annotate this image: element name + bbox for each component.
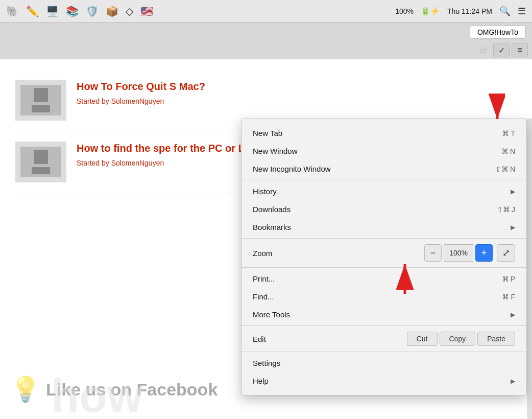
settings-label: Settings	[253, 359, 515, 367]
chrome-dropdown-menu: New Tab ⌘T New Window ⌘N New Incognito W…	[241, 119, 527, 395]
menu-item-find[interactable]: Find... ⌘F	[241, 288, 526, 306]
find-shortcut: ⌘F	[502, 293, 515, 301]
zoom-controls: − 100% + ⤢	[424, 244, 515, 262]
menu-section-zoom: Zoom − 100% + ⤢	[241, 239, 526, 268]
menu-item-incognito[interactable]: New Incognito Window ⇧⌘N	[241, 160, 526, 178]
bookmarks-arrow: ▶	[511, 224, 515, 231]
menu-item-settings[interactable]: Settings	[241, 354, 526, 372]
bookmarks-label: Bookmarks	[253, 223, 511, 231]
checkmark-icon: ✓	[498, 45, 505, 55]
incognito-label: New Incognito Window	[253, 165, 495, 173]
browser-toolbar: ☆ ✓ ≡	[0, 41, 532, 59]
browser-top-bar: OMG!HowTo	[0, 22, 532, 41]
menu-item-zoom: Zoom − 100% + ⤢	[241, 241, 526, 265]
lightbulb-icon: 💡	[10, 375, 41, 404]
hamburger-icon: ≡	[517, 45, 522, 55]
article-title[interactable]: How To Force Quit S Mac?	[77, 80, 517, 93]
edit-label: Edit	[253, 335, 407, 343]
menu-section-edit: Edit Cut Copy Paste	[241, 326, 526, 352]
dropzone-icon[interactable]: 📦	[106, 5, 118, 17]
thumb-body	[32, 105, 50, 112]
zoom-plus-button[interactable]: +	[475, 244, 493, 262]
monitor-icon[interactable]: 🖥️	[46, 5, 59, 17]
menubar-right: 100% 🔋⚡ Thu 11:24 PM 🔍 ☰	[395, 6, 526, 17]
article-thumbnail	[15, 80, 66, 121]
zoom-fullscreen-button[interactable]: ⤢	[497, 244, 515, 262]
battery-icon: 🔋⚡	[421, 7, 440, 16]
menu-section-tools: Print... ⌘P Find... ⌘F More Tools ▶	[241, 268, 526, 326]
list-icon[interactable]: ☰	[518, 6, 526, 17]
zoom-value-display: 100%	[444, 244, 473, 262]
help-label: Help	[253, 377, 511, 385]
thumbnail-inner	[20, 147, 61, 177]
print-shortcut: ⌘P	[502, 275, 515, 283]
menu-item-help[interactable]: Help ▶	[241, 372, 526, 390]
menu-section-settings: Settings Help ▶	[241, 352, 526, 392]
menu-section-browse: History ▶ Downloads ⇧⌘J Bookmarks ▶	[241, 180, 526, 239]
search-icon[interactable]: 🔍	[499, 6, 511, 17]
edit-controls: Cut Copy Paste	[407, 332, 515, 346]
battery-percentage: 100%	[395, 7, 414, 15]
incognito-shortcut: ⇧⌘N	[495, 165, 515, 173]
author-name[interactable]: SolomenNguyen	[111, 159, 164, 167]
extensions-button[interactable]: ✓	[493, 43, 510, 57]
chrome-menu-button[interactable]: ≡	[512, 43, 528, 57]
paste-button[interactable]: Paste	[477, 332, 515, 346]
find-label: Find...	[253, 292, 502, 301]
history-arrow: ▶	[511, 188, 515, 195]
thumb-face	[34, 150, 48, 164]
article-thumbnail	[15, 142, 66, 182]
more-tools-arrow: ▶	[511, 311, 515, 318]
menu-item-bookmarks[interactable]: Bookmarks ▶	[241, 218, 526, 236]
history-label: History	[253, 187, 511, 196]
author-name[interactable]: SolomenNguyen	[111, 97, 164, 105]
print-label: Print...	[253, 274, 502, 283]
new-tab-label: New Tab	[253, 129, 502, 137]
downloads-shortcut: ⇧⌘J	[497, 205, 515, 214]
menu-item-new-window[interactable]: New Window ⌘N	[241, 142, 526, 160]
menu-item-history[interactable]: History ▶	[241, 182, 526, 200]
evernote-icon[interactable]: 🐘	[6, 5, 19, 17]
browser-chrome: OMG!HowTo ☆ ✓ ≡	[0, 22, 532, 59]
article-text: How To Force Quit S Mac? Started by Solo…	[77, 80, 517, 121]
menu-item-print[interactable]: Print... ⌘P	[241, 270, 526, 288]
help-arrow: ▶	[511, 378, 515, 385]
more-tools-label: More Tools	[253, 310, 511, 319]
thumbnail-inner	[20, 85, 61, 115]
bookmark-star-button[interactable]: ☆	[475, 43, 491, 57]
star-icon: ☆	[478, 44, 488, 56]
menu-item-edit-row: Edit Cut Copy Paste	[241, 328, 526, 350]
author-prefix: Started by	[77, 159, 109, 167]
downloads-label: Downloads	[253, 205, 497, 214]
menu-bar: 🐘 ✏️ 🖥️ 📚 🛡️ 📦 ◇ 🇺🇸 100% 🔋⚡ Thu 11:24 PM…	[0, 0, 532, 22]
thumb-face	[34, 88, 48, 102]
cut-button[interactable]: Cut	[407, 332, 438, 346]
new-window-shortcut: ⌘N	[501, 147, 515, 155]
menu-item-new-tab[interactable]: New Tab ⌘T	[241, 124, 526, 142]
thumb-body	[32, 167, 50, 174]
avast-icon[interactable]: 🛡️	[86, 5, 99, 17]
new-tab-shortcut: ⌘T	[502, 129, 515, 137]
how-watermark: how	[51, 373, 143, 419]
omg-howto-button[interactable]: OMG!HowTo	[470, 26, 526, 39]
menu-item-downloads[interactable]: Downloads ⇧⌘J	[241, 200, 526, 218]
main-content: How To Force Quit S Mac? Started by Solo…	[0, 59, 532, 419]
system-time: Thu 11:24 PM	[447, 7, 492, 15]
pencil-icon[interactable]: ✏️	[26, 5, 39, 17]
flag-icon[interactable]: 🇺🇸	[140, 5, 153, 17]
menu-item-more-tools[interactable]: More Tools ▶	[241, 306, 526, 323]
scrollbar-track[interactable]	[527, 119, 532, 419]
books-icon[interactable]: 📚	[66, 5, 79, 17]
diamond-icon[interactable]: ◇	[126, 5, 133, 17]
author-prefix: Started by	[77, 97, 109, 105]
zoom-label: Zoom	[253, 249, 424, 258]
menu-section-new: New Tab ⌘T New Window ⌘N New Incognito W…	[241, 122, 526, 180]
copy-button[interactable]: Copy	[440, 332, 476, 346]
zoom-minus-button[interactable]: −	[424, 244, 442, 262]
article-author: Started by SolomenNguyen	[77, 97, 517, 105]
new-window-label: New Window	[253, 147, 501, 155]
